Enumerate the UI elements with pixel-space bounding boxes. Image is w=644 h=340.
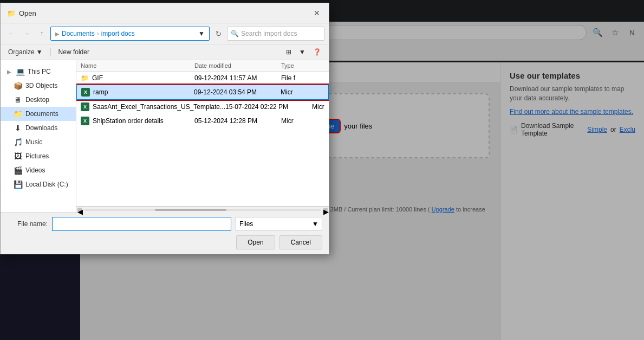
saasant-template-excel-icon: X — [81, 102, 89, 111]
gif-date: 09-12-2024 11:57 AM — [194, 74, 281, 82]
thispc-expand: ▶ — [7, 69, 11, 75]
breadcrumb-documents[interactable]: Documents — [62, 30, 95, 37]
file-type-label: Files — [239, 220, 253, 228]
col-date-header[interactable]: Date modified — [194, 62, 281, 69]
music-icon: 🎵 — [14, 138, 22, 146]
ds-item-pictures-label: Pictures — [25, 152, 49, 160]
shipstation-excel-icon: X — [81, 117, 89, 125]
ds-item-desktop-label: Desktop — [25, 96, 49, 104]
h-scroll-thumb[interactable] — [155, 209, 226, 211]
dialog-title: 📁 Open — [7, 9, 36, 17]
ds-item-documents[interactable]: 📁 Documents — [1, 107, 76, 121]
dialog-breadcrumb[interactable]: ▶ Documents › import docs ▼ — [50, 27, 210, 41]
dialog-navbar: ← → ↑ ▶ Documents › import docs ▼ ↻ 🔍 Se… — [1, 23, 329, 44]
organize-chevron: ▼ — [36, 48, 43, 56]
documents-icon: 📁 — [14, 110, 22, 118]
dialog-up-button[interactable]: ↑ — [35, 27, 48, 40]
dialog-actions: Open Cancel — [7, 235, 322, 249]
new-folder-button[interactable]: New folder — [55, 47, 93, 57]
gif-label: GIF — [92, 74, 103, 82]
saasant-template-label: SaasAnt_Excel_Transactions_US_Template..… — [93, 103, 225, 111]
h-scroll-left[interactable]: ◀ — [77, 208, 82, 212]
gif-folder-icon: 📁 — [81, 74, 89, 82]
file-dialog: 📁 Open ✕ ← → ↑ ▶ Documents › import docs… — [0, 3, 329, 254]
file-name-gif: 📁 GIF — [81, 74, 194, 82]
ramp-type: Micr — [281, 88, 324, 96]
ds-item-pictures[interactable]: 🖼 Pictures — [1, 149, 76, 163]
toolbar-separator-1 — [50, 48, 51, 56]
new-folder-label: New folder — [58, 48, 89, 56]
dialog-bottom: File name: Files ▼ Open Cancel — [1, 212, 329, 254]
file-name-ramp: X ramp — [81, 88, 194, 97]
downloads-icon: ⬇ — [14, 124, 22, 132]
ds-item-downloads[interactable]: ⬇ Downloads — [1, 121, 76, 135]
view-dropdown-button[interactable]: ▼ — [296, 47, 309, 57]
shipstation-label: ShipStation order details — [93, 117, 164, 125]
ds-item-localdisk-label: Local Disk (C:) — [25, 181, 68, 188]
ds-item-music[interactable]: 🎵 Music — [1, 135, 76, 149]
shipstation-date: 05-12-2024 12:28 PM — [194, 117, 281, 125]
search-icon: 🔍 — [231, 30, 239, 37]
organize-button[interactable]: Organize ▼ — [5, 47, 46, 57]
file-type-chevron: ▼ — [312, 220, 318, 228]
localdisk-icon: 💾 — [14, 180, 22, 189]
thispc-icon: 💻 — [16, 67, 24, 76]
open-button[interactable]: Open — [236, 235, 275, 249]
3dobjects-icon: 📦 — [14, 81, 22, 90]
desktop-icon: 🖥 — [14, 95, 22, 104]
ds-item-videos-label: Videos — [25, 166, 45, 174]
gif-type: File f — [281, 74, 324, 82]
col-name-header[interactable]: Name — [81, 62, 194, 69]
file-item-saasant-template[interactable]: X SaasAnt_Excel_Transactions_US_Template… — [76, 100, 329, 114]
ds-item-desktop[interactable]: 🖥 Desktop — [1, 93, 76, 107]
col-type-header[interactable]: Type — [281, 62, 324, 69]
h-scroll-right[interactable]: ▶ — [323, 208, 328, 212]
dialog-back-button[interactable]: ← — [5, 27, 18, 40]
file-name-saasant-template: X SaasAnt_Excel_Transactions_US_Template… — [81, 102, 225, 111]
ds-item-documents-label: Documents — [25, 110, 58, 118]
file-type-dropdown[interactable]: Files ▼ — [236, 217, 322, 231]
folder-title-icon: 📁 — [7, 9, 16, 17]
help-button[interactable]: ❓ — [310, 47, 324, 57]
pictures-icon: 🖼 — [14, 152, 22, 161]
dialog-refresh-button[interactable]: ↻ — [212, 27, 225, 40]
breadcrumb-dropdown-icon[interactable]: ▼ — [198, 30, 205, 37]
ds-item-3dobjects[interactable]: 📦 3D Objects — [1, 79, 76, 93]
dialog-titlebar: 📁 Open ✕ — [1, 3, 329, 23]
cancel-button[interactable]: Cancel — [279, 235, 322, 249]
view-icons: ⊞ ▼ ❓ — [283, 47, 324, 57]
videos-icon: 🎬 — [14, 166, 22, 175]
ds-item-localdisk[interactable]: 💾 Local Disk (C:) — [1, 177, 76, 191]
breadcrumb-nav-icon: ▶ — [55, 31, 60, 37]
dialog-close-button[interactable]: ✕ — [311, 8, 322, 18]
organize-label: Organize — [8, 48, 35, 56]
breadcrumb-import-docs[interactable]: import docs — [101, 30, 135, 37]
file-name-input[interactable] — [52, 217, 231, 231]
ds-item-music-label: Music — [25, 138, 42, 146]
file-item-shipstation[interactable]: X ShipStation order details 05-12-2024 1… — [76, 114, 329, 128]
file-name-label: File name: — [7, 220, 48, 228]
dialog-forward-button[interactable]: → — [20, 27, 33, 40]
saasant-template-date: 15-07-2024 02:22 PM — [225, 103, 312, 111]
ramp-excel-icon: X — [81, 88, 90, 97]
dialog-overlay: 📁 Open ✕ ← → ↑ ▶ Documents › import docs… — [0, 0, 644, 340]
ds-item-downloads-label: Downloads — [25, 124, 57, 132]
view-grid-button[interactable]: ⊞ — [283, 47, 295, 57]
ds-item-thispc[interactable]: ▶ 💻 This PC — [1, 65, 76, 79]
file-list-header: Name Date modified Type — [76, 60, 329, 72]
dialog-search[interactable]: 🔍 Search import docs — [227, 27, 324, 41]
dialog-toolbar: Organize ▼ New folder ⊞ ▼ ❓ — [1, 44, 329, 60]
h-scrollbar[interactable]: ◀ ▶ — [76, 206, 329, 212]
ds-item-videos[interactable]: 🎬 Videos — [1, 163, 76, 177]
dialog-content: Name Date modified Type 📁 GIF 09-12-2024… — [76, 60, 329, 212]
dialog-search-placeholder: Search import docs — [241, 30, 297, 37]
ramp-label: ramp — [93, 88, 108, 96]
shipstation-type: Micr — [281, 117, 324, 125]
dialog-title-text: Open — [19, 9, 36, 17]
file-item-gif[interactable]: 📁 GIF 09-12-2024 11:57 AM File f — [76, 72, 329, 85]
file-name-shipstation: X ShipStation order details — [81, 117, 194, 125]
ds-item-3dobjects-label: 3D Objects — [25, 82, 57, 89]
ds-item-thispc-label: This PC — [28, 68, 51, 75]
file-item-ramp[interactable]: X ramp 09-12-2024 03:54 PM Micr — [76, 85, 329, 100]
breadcrumb-sep: › — [97, 30, 99, 37]
